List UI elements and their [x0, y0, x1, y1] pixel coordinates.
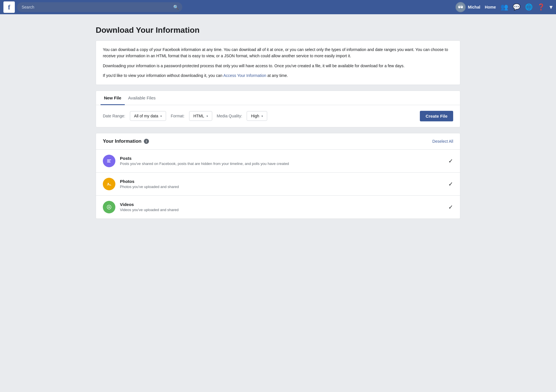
tabs-body: Date Range: All of my data ▾ Format: HTM… — [96, 105, 460, 127]
info-para-1: You can download a copy of your Facebook… — [103, 46, 453, 59]
info-tooltip-icon[interactable]: i — [144, 139, 149, 144]
format-chevron-icon: ▾ — [207, 115, 208, 118]
tabs-header: New File Available Files — [96, 91, 460, 105]
media-quality-chevron-icon: ▾ — [261, 115, 263, 118]
list-item: Videos Videos you've uploaded and shared… — [96, 196, 460, 219]
media-quality-label: Media Quality: — [217, 114, 242, 118]
svg-rect-1 — [106, 181, 112, 187]
info-para-2: Downloading your information is a passwo… — [103, 63, 453, 69]
photos-icon — [103, 178, 115, 190]
posts-text: Posts Posts you've shared on Facebook, p… — [120, 156, 448, 166]
home-link[interactable]: Home — [485, 5, 496, 9]
your-information-card: Your Information i Deselect All Posts Po… — [96, 133, 460, 219]
your-information-title-text: Your Information — [103, 138, 142, 144]
posts-check[interactable]: ✓ — [448, 158, 453, 164]
posts-desc: Posts you've shared on Facebook, posts t… — [120, 162, 448, 166]
media-quality-value: High — [251, 114, 259, 118]
deselect-all-link[interactable]: Deselect All — [432, 139, 453, 144]
search-bar[interactable]: 🔍 — [17, 2, 182, 12]
navbar-username: Michal — [468, 5, 481, 9]
media-quality-select[interactable]: High ▾ — [247, 111, 267, 121]
photos-desc: Photos you've uploaded and shared — [120, 185, 448, 189]
videos-icon — [103, 201, 115, 213]
list-item: Photos Photos you've uploaded and shared… — [96, 173, 460, 196]
search-input[interactable] — [17, 2, 182, 12]
info-para-3-after: at any time. — [266, 73, 288, 78]
tab-new-file[interactable]: New File — [101, 91, 125, 105]
create-file-button[interactable]: Create File — [420, 111, 453, 121]
videos-name: Videos — [120, 202, 448, 207]
format-select[interactable]: HTML ▾ — [189, 111, 212, 121]
tab-available-files[interactable]: Available Files — [125, 91, 159, 105]
tabs-container: New File Available Files Date Range: All… — [96, 91, 460, 127]
messenger-icon[interactable]: 💬 — [513, 3, 520, 11]
posts-icon — [103, 155, 115, 167]
videos-desc: Videos you've uploaded and shared — [120, 208, 448, 212]
search-icon: 🔍 — [173, 5, 179, 10]
photos-name: Photos — [120, 179, 448, 184]
your-information-header: Your Information i Deselect All — [96, 133, 460, 150]
info-para-3-before: If you'd like to view your information w… — [103, 73, 223, 78]
help-icon[interactable]: ❓ — [537, 3, 545, 11]
date-range-value: All of my data — [134, 114, 158, 118]
dropdown-icon[interactable]: ▾ — [549, 3, 553, 11]
navbar: f 🔍 🕶 Michal Home 👥 💬 🌐 ❓ ▾ — [0, 0, 556, 14]
photos-text: Photos Photos you've uploaded and shared — [120, 179, 448, 189]
main-content: Download Your Information You can downlo… — [90, 14, 466, 230]
format-label: Format: — [171, 114, 184, 118]
globe-icon[interactable]: 🌐 — [525, 3, 533, 11]
format-value: HTML — [193, 114, 204, 118]
videos-text: Videos Videos you've uploaded and shared — [120, 202, 448, 212]
videos-check[interactable]: ✓ — [448, 204, 453, 211]
avatar: 🕶 — [455, 2, 466, 12]
page-title: Download Your Information — [96, 26, 460, 35]
date-range-select[interactable]: All of my data ▾ — [130, 111, 166, 121]
photos-check[interactable]: ✓ — [448, 181, 453, 187]
list-item: Posts Posts you've shared on Facebook, p… — [96, 150, 460, 173]
posts-name: Posts — [120, 156, 448, 161]
info-box: You can download a copy of your Facebook… — [96, 40, 460, 85]
date-range-chevron-icon: ▾ — [160, 115, 162, 118]
date-range-label: Date Range: — [103, 114, 125, 118]
access-info-link[interactable]: Access Your Information — [223, 73, 266, 78]
navbar-right: 🕶 Michal Home 👥 💬 🌐 ❓ ▾ — [455, 2, 553, 12]
facebook-logo[interactable]: f — [3, 1, 15, 13]
info-para-3: If you'd like to view your information w… — [103, 72, 453, 79]
navbar-user[interactable]: 🕶 Michal — [455, 2, 481, 12]
friends-icon[interactable]: 👥 — [500, 3, 508, 11]
your-information-title: Your Information i — [103, 138, 149, 144]
